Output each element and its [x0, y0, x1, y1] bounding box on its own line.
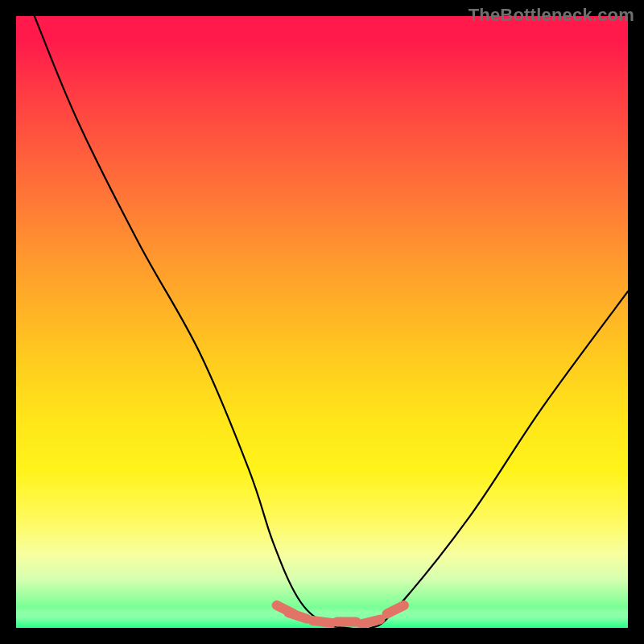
bottleneck-curve	[35, 16, 628, 628]
chart-frame: TheBottleneck.com	[0, 0, 644, 644]
trough-marker	[288, 613, 307, 619]
trough-marker	[312, 621, 332, 623]
trough-marker	[386, 605, 403, 614]
watermark-text: TheBottleneck.com	[469, 5, 634, 26]
curve-layer	[16, 16, 628, 628]
trough-marker	[361, 619, 380, 624]
plot-area	[16, 16, 628, 628]
